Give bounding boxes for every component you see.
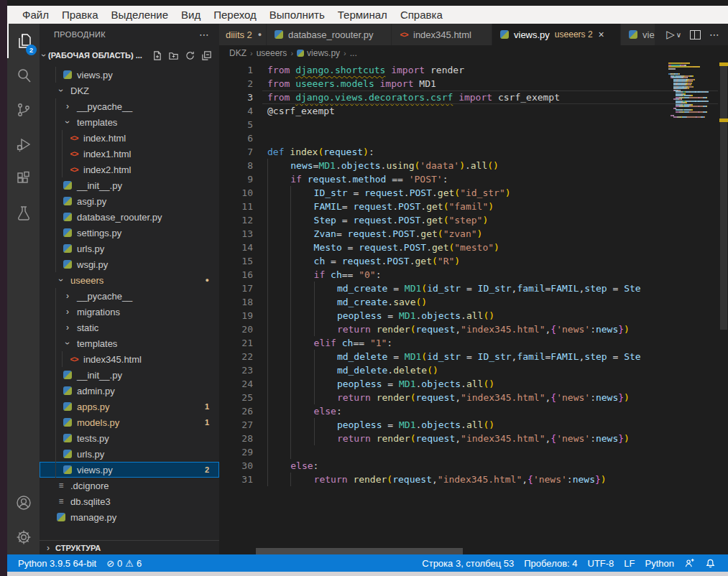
- code-editor[interactable]: 1from django.shortcuts import render2fro…: [219, 61, 728, 554]
- vertical-scrollbar[interactable]: [719, 61, 728, 554]
- indentation-setting[interactable]: Пробелов: 4: [519, 558, 582, 569]
- code-line[interactable]: 9if request.method == 'POST':: [219, 172, 728, 186]
- tree-file--init-py[interactable]: __init__.py: [40, 367, 219, 383]
- menu-item[interactable]: Переход: [207, 6, 263, 24]
- notifications-bell-icon[interactable]: [700, 558, 721, 569]
- explorer-icon[interactable]: 2: [7, 24, 40, 58]
- tree-file-manage-py[interactable]: manage.py: [40, 509, 219, 525]
- tree-file-admin-py[interactable]: admin.py: [40, 383, 219, 399]
- new-file-icon[interactable]: [152, 50, 162, 61]
- tab-database-roouter-py[interactable]: database_roouter.py: [267, 24, 392, 45]
- menu-item[interactable]: Файл: [16, 6, 55, 24]
- tree-file-urls-py[interactable]: urls.py: [40, 241, 219, 256]
- code-line[interactable]: 30else:: [219, 459, 728, 473]
- code-line[interactable]: 6: [219, 131, 728, 145]
- tab-vie[interactable]: vie: [621, 24, 655, 45]
- python-version[interactable]: Python 3.9.5 64-bit: [13, 558, 101, 569]
- code-line[interactable]: 24peopless = MD1.objects.all(): [219, 377, 728, 391]
- search-icon[interactable]: [7, 58, 40, 93]
- tree-file--init-py[interactable]: __init__.py: [40, 177, 219, 193]
- code-line[interactable]: 12Step = request.POST.get("step"): [219, 213, 728, 227]
- code-line[interactable]: 28return render(request,"index345.html",…: [219, 432, 728, 445]
- code-line[interactable]: 17md_create = MD1(id_str = ID_str,famil=…: [219, 282, 728, 295]
- tree-folder-migrations[interactable]: ›migrations: [40, 304, 219, 320]
- workspace-section-header[interactable]: › (РАБОЧАЯ ОБЛАСТЬ) ...: [40, 47, 219, 63]
- horizontal-scrollbar-thumb[interactable]: [256, 548, 463, 554]
- tree-folder--pycache-[interactable]: ›__pycache__: [40, 98, 219, 114]
- run-debug-icon[interactable]: [7, 127, 40, 162]
- encoding[interactable]: UTF-8: [583, 558, 619, 569]
- run-button[interactable]: ▷∨: [666, 28, 681, 41]
- code-line[interactable]: 25return render(request,"index345.html",…: [219, 391, 728, 404]
- tree-file-database-roouter-py[interactable]: database_roouter.py: [40, 209, 219, 225]
- code-line[interactable]: 29: [219, 445, 728, 459]
- code-line[interactable]: 31return render(request,"index345.html",…: [219, 473, 728, 486]
- code-line[interactable]: 3from django.views.decorators.csrf impor…: [219, 90, 728, 104]
- split-editor-icon[interactable]: [690, 30, 701, 40]
- tree-folder-templates[interactable]: ›templates: [40, 335, 219, 351]
- more-actions-icon[interactable]: ⋯: [709, 29, 719, 40]
- code-line[interactable]: 11FAMIL= request.POST.get("famil"): [219, 200, 728, 213]
- tab-views-py[interactable]: views.pyuseeers 2×: [492, 24, 621, 45]
- code-line[interactable]: 7def index(request):: [219, 145, 728, 159]
- code-line[interactable]: 27peopless = MD1.objects.all(): [219, 418, 728, 432]
- code-line[interactable]: 14Mesto = request.POST.get("mesto"): [219, 241, 728, 254]
- tree-file-urls-py[interactable]: urls.py: [40, 446, 219, 462]
- code-line[interactable]: 4@csrf_exempt: [219, 104, 728, 118]
- tree-file-views-py[interactable]: views.py: [40, 67, 219, 83]
- tree-file-apps-py[interactable]: apps.py1: [40, 399, 219, 414]
- tree-file-index1-html[interactable]: <>index1.html: [40, 146, 219, 162]
- menu-item[interactable]: Выполнить: [263, 6, 331, 24]
- language-mode[interactable]: Python: [640, 558, 679, 569]
- testing-icon[interactable]: [7, 196, 40, 231]
- code-line[interactable]: 16if ch== "0":: [219, 268, 728, 282]
- source-control-icon[interactable]: [7, 93, 40, 127]
- code-line[interactable]: 1from django.shortcuts import render: [219, 63, 728, 77]
- eol-setting[interactable]: LF: [619, 558, 640, 569]
- tab-diiits-2[interactable]: diiits 2●: [219, 24, 267, 45]
- vertical-scrollbar-thumb[interactable]: [720, 62, 727, 330]
- code-line[interactable]: 15ch = request.POST.get("R"): [219, 254, 728, 268]
- outline-section-header[interactable]: › СТРУКТУРА: [40, 540, 219, 555]
- code-line[interactable]: 26else:: [219, 404, 728, 418]
- settings-gear-icon[interactable]: [7, 520, 40, 554]
- menu-item[interactable]: Вид: [175, 6, 207, 24]
- menu-item[interactable]: Терминал: [331, 6, 394, 24]
- cursor-position[interactable]: Строка 3, столбец 53: [417, 558, 519, 569]
- tree-file--dcignore[interactable]: ≡.dcignore: [40, 478, 219, 493]
- breadcrumb-item[interactable]: ...: [350, 48, 357, 58]
- breadcrumb-item[interactable]: views.py: [297, 48, 340, 58]
- feedback-icon[interactable]: [679, 558, 700, 569]
- code-line[interactable]: 19peopless = MD1.objects.all(): [219, 309, 728, 322]
- new-folder-icon[interactable]: [168, 50, 179, 61]
- tree-folder--pycache-[interactable]: ›__pycache__: [40, 288, 219, 304]
- code-line[interactable]: 10ID_str = request.POST.get("id_str"): [219, 186, 728, 200]
- tree-file-index2-html[interactable]: <>index2.html: [40, 162, 219, 177]
- code-line[interactable]: 18md_create.save(): [219, 295, 728, 309]
- code-line[interactable]: 2from useeers.models import MD1: [219, 77, 728, 90]
- tab-index345-html[interactable]: <>index345.html: [392, 24, 492, 45]
- tree-file-asgi-py[interactable]: asgi.py: [40, 193, 219, 209]
- breadcrumb-item[interactable]: DKZ: [229, 48, 246, 58]
- tree-folder-static[interactable]: ›static: [40, 320, 219, 335]
- code-line[interactable]: 8news=MD1.objects.using('daata').all(): [219, 159, 728, 172]
- extensions-icon[interactable]: [7, 162, 40, 196]
- refresh-icon[interactable]: [185, 50, 195, 61]
- tree-folder-templates[interactable]: ›templates: [40, 114, 219, 130]
- minimap[interactable]: [668, 62, 719, 119]
- code-line[interactable]: 21elif ch== "1":: [219, 336, 728, 350]
- code-line[interactable]: 22md_delete = MD1(id_str = ID_str,famil=…: [219, 350, 728, 363]
- tree-folder-dkz[interactable]: ›DKZ: [40, 83, 219, 98]
- tree-file-settings-py[interactable]: settings.py: [40, 225, 219, 241]
- tree-file-wsgi-py[interactable]: wsgi.py: [40, 256, 219, 272]
- tree-file-views-py[interactable]: views.py2: [40, 462, 219, 478]
- tree-file-db-sqlite3[interactable]: ≡db.sqlite3: [40, 493, 219, 509]
- menu-item[interactable]: Справка: [394, 6, 449, 24]
- menu-item[interactable]: Правка: [55, 6, 105, 24]
- breadcrumb-item[interactable]: useeers: [257, 48, 287, 58]
- menu-item[interactable]: Выделение: [105, 6, 175, 24]
- tree-folder-useeers[interactable]: ›useeers●: [40, 272, 219, 288]
- tree-file-models-py[interactable]: models.py1: [40, 414, 219, 430]
- tree-file-index345-html[interactable]: <>index345.html: [40, 351, 219, 367]
- collapse-all-icon[interactable]: [201, 50, 212, 61]
